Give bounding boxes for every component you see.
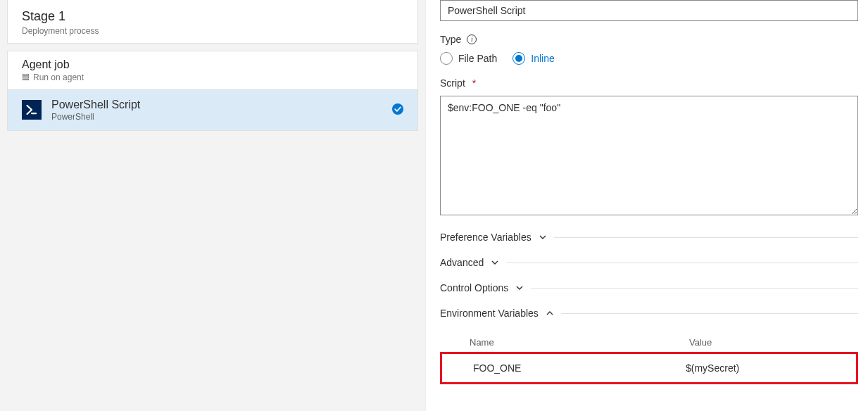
section-advanced-label: Advanced [440, 257, 484, 268]
env-var-value: $(mySecret) [686, 362, 855, 374]
env-var-name: FOO_ONE [473, 362, 686, 374]
section-control-options-label: Control Options [440, 282, 508, 293]
env-variable-row[interactable]: FOO_ONE $(mySecret) [444, 355, 855, 381]
powershell-icon [22, 100, 42, 120]
server-icon [22, 73, 30, 81]
chevron-down-icon [515, 284, 524, 292]
radio-inline[interactable]: Inline [512, 52, 554, 65]
section-environment-variables-label: Environment Variables [440, 308, 539, 319]
svg-rect-1 [23, 77, 28, 78]
svg-rect-2 [23, 80, 28, 80]
section-control-options[interactable]: Control Options [440, 282, 858, 293]
script-textarea[interactable] [440, 96, 858, 215]
type-label: Type [440, 34, 461, 45]
stage-subtitle: Deployment process [22, 26, 403, 36]
required-asterisk: * [472, 77, 476, 89]
task-list-panel: Stage 1 Deployment process Agent job Run… [0, 0, 426, 411]
task-row-powershell[interactable]: PowerShell Script PowerShell [7, 90, 418, 131]
chevron-up-icon [546, 309, 554, 317]
radio-inline-label: Inline [531, 53, 554, 64]
section-preference-variables[interactable]: Preference Variables [440, 232, 858, 243]
highlighted-row: FOO_ONE $(mySecret) [440, 352, 858, 384]
script-label: Script [440, 77, 465, 89]
svg-point-5 [392, 103, 403, 115]
task-subtitle: PowerShell [51, 112, 382, 122]
agent-job-subtitle: Run on agent [33, 72, 84, 82]
section-preference-variables-label: Preference Variables [440, 232, 532, 243]
agent-job-row[interactable]: Agent job Run on agent [7, 51, 418, 90]
radio-file-path-label: File Path [458, 53, 497, 64]
chevron-down-icon [539, 233, 547, 241]
agent-job-title: Agent job [22, 58, 403, 71]
display-name-input[interactable] [440, 0, 858, 21]
env-variables-table: Name Value FOO_ONE $(mySecret) [440, 333, 858, 384]
info-icon[interactable]: i [467, 34, 477, 44]
stage-title: Stage 1 [22, 9, 403, 25]
stage-header[interactable]: Stage 1 Deployment process [7, 0, 418, 44]
selected-check-icon [392, 103, 403, 117]
chevron-down-icon [491, 258, 499, 267]
env-header-value: Value [689, 337, 858, 348]
task-details-panel: Type i File Path Inline Script * Prefere… [426, 0, 868, 411]
radio-file-path[interactable]: File Path [440, 52, 497, 65]
svg-rect-0 [23, 75, 28, 76]
type-radio-group: File Path Inline [440, 52, 858, 65]
task-title: PowerShell Script [51, 99, 382, 111]
section-advanced[interactable]: Advanced [440, 257, 858, 268]
env-header-name: Name [470, 337, 689, 348]
section-environment-variables[interactable]: Environment Variables [440, 308, 858, 319]
